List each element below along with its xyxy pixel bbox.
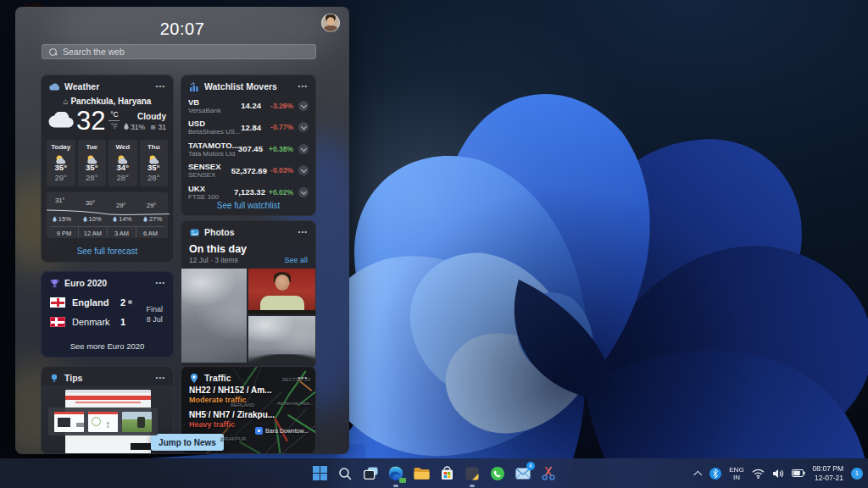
precip-pct: 15% bbox=[47, 215, 77, 223]
watchlist-row[interactable]: UKXFTSE 100 7,123.32 +0.02% bbox=[181, 181, 315, 203]
map-pin: Bara Downtow... bbox=[255, 427, 309, 435]
card-title: Watchlist Movers bbox=[204, 81, 277, 92]
weather-widget[interactable]: Weather ••• ⌂ Panchkula, Haryana 32 °C °… bbox=[41, 75, 174, 263]
battery-icon[interactable] bbox=[792, 469, 805, 477]
card-menu-button[interactable]: ••• bbox=[156, 375, 165, 380]
hour-label: 9 PM bbox=[50, 227, 78, 237]
current-temp: 32 bbox=[76, 108, 105, 135]
forecast-day[interactable]: Tue 35° 28° bbox=[78, 140, 107, 186]
notes-app-button[interactable] bbox=[462, 463, 482, 484]
watchlist-row[interactable]: SENSEXSENSEX 52,372.69 -0.03% bbox=[181, 160, 315, 182]
sun-cloud-icon bbox=[108, 152, 137, 162]
precip-pct: 14% bbox=[108, 215, 138, 223]
chevron-down-icon[interactable] bbox=[298, 122, 309, 132]
language-indicator[interactable]: ENGIN bbox=[729, 466, 743, 481]
traffic-route: NH22 / NH152 / Am... bbox=[189, 385, 275, 395]
sun-cloud-icon bbox=[140, 152, 169, 162]
england-flag bbox=[50, 297, 65, 308]
sun-cloud-icon bbox=[47, 152, 75, 162]
whatsapp-button[interactable] bbox=[487, 463, 508, 484]
user-avatar[interactable] bbox=[321, 14, 340, 32]
watchlist-row[interactable]: TATAMOTO...Tata Motors Ltd 307.45 +0.38% bbox=[181, 138, 315, 160]
card-menu-button[interactable]: ••• bbox=[156, 84, 165, 89]
desktop: Teddy 20:07 Search the web Weather ••• ⌂… bbox=[0, 0, 868, 488]
search-button[interactable] bbox=[335, 463, 355, 484]
edge-browser-button[interactable] bbox=[386, 463, 406, 484]
watchlist-row[interactable]: VBVersaBank 14.24 -3.26% bbox=[181, 95, 315, 117]
watchlist-icon bbox=[189, 81, 199, 92]
jump-to-news-button[interactable]: Jump to News bbox=[151, 434, 224, 451]
sun-cloud-icon bbox=[78, 152, 107, 162]
file-explorer-button[interactable] bbox=[411, 463, 431, 484]
see-all-link[interactable]: See all bbox=[284, 256, 308, 264]
precip-stat: 31% bbox=[124, 123, 145, 131]
watchlist-row[interactable]: USDBetaShares US... 12.84 -0.77% bbox=[181, 117, 315, 139]
snipping-tool-button[interactable] bbox=[538, 463, 559, 484]
volume-icon[interactable] bbox=[772, 469, 784, 479]
hour-label: 3 AM bbox=[107, 227, 136, 237]
photo-thumbnail[interactable] bbox=[181, 269, 247, 363]
unit-toggle[interactable]: °C °F bbox=[108, 110, 120, 130]
see-full-forecast-link[interactable]: See full forecast bbox=[42, 247, 173, 256]
precip-pct: 27% bbox=[137, 215, 168, 223]
tray-clock[interactable]: 08:07 PM12-07-21 bbox=[813, 464, 843, 482]
precip-pct: 10% bbox=[77, 215, 108, 223]
tray-chevron-up-icon[interactable] bbox=[694, 469, 702, 477]
traffic-icon bbox=[189, 373, 199, 383]
panel-blur-blob bbox=[49, 7, 337, 75]
card-title: Euro 2020 bbox=[64, 278, 107, 288]
notification-badge[interactable]: 1 bbox=[851, 468, 863, 480]
forecast-day[interactable]: Wed 34° 28° bbox=[108, 140, 137, 186]
traffic-route: NH5 / NH7 / Zirakpu... bbox=[189, 410, 275, 419]
search-input[interactable]: Search the web bbox=[42, 44, 316, 59]
watchlist-widget[interactable]: Watchlist Movers ••• VBVersaBank 14.24 -… bbox=[181, 75, 316, 216]
temp-trend-line bbox=[47, 192, 170, 218]
aqi-stat: ≋ 31 bbox=[150, 123, 166, 131]
chevron-down-icon[interactable] bbox=[298, 165, 309, 175]
start-button[interactable] bbox=[309, 463, 330, 484]
chevron-down-icon[interactable] bbox=[298, 101, 309, 111]
forecast-day[interactable]: Today 35° 29° bbox=[47, 140, 75, 186]
denmark-flag bbox=[50, 317, 65, 327]
hourly-chart: 31° 30° 29° 29° 15% 10% 14% 27% 9 PM 12 … bbox=[47, 192, 168, 238]
see-more-euro-link[interactable]: See more Euro 2020 bbox=[42, 341, 173, 351]
match-stage: Final8 Jul bbox=[146, 304, 163, 324]
card-title: Tips bbox=[64, 373, 82, 383]
photos-subtitle: 12 Jul · 3 items bbox=[189, 256, 238, 264]
photos-heading: On this day bbox=[181, 241, 315, 255]
task-view-button[interactable] bbox=[360, 463, 381, 484]
card-menu-button[interactable]: ••• bbox=[156, 280, 165, 286]
photos-icon bbox=[189, 227, 199, 237]
mail-button[interactable]: 4 bbox=[513, 463, 533, 484]
card-title: Photos bbox=[204, 227, 235, 237]
weather-location: ⌂ Panchkula, Haryana bbox=[42, 97, 173, 106]
pin-icon bbox=[255, 427, 263, 435]
search-placeholder: Search the web bbox=[63, 47, 125, 57]
chevron-down-icon[interactable] bbox=[298, 144, 309, 154]
photo-thumbnail[interactable] bbox=[248, 316, 315, 363]
search-icon bbox=[49, 48, 57, 56]
see-full-watchlist-link[interactable]: See full watchlist bbox=[181, 201, 315, 210]
traffic-status: Moderate traffic bbox=[189, 396, 275, 404]
chevron-down-icon[interactable] bbox=[298, 187, 309, 197]
euro2020-widget[interactable]: Euro 2020 ••• England 2 Denmark 1 Final8… bbox=[41, 271, 174, 358]
card-menu-button[interactable]: ••• bbox=[298, 230, 308, 235]
trophy-icon bbox=[49, 278, 59, 288]
card-menu-button[interactable]: ••• bbox=[298, 84, 308, 89]
bluetooth-icon[interactable] bbox=[709, 468, 721, 480]
card-menu-button[interactable]: ••• bbox=[298, 375, 308, 380]
wifi-icon[interactable] bbox=[752, 469, 765, 479]
hour-label: 6 AM bbox=[136, 227, 164, 237]
weather-icon bbox=[49, 81, 59, 92]
taskbar: 4 ENGIN 08:07 PM12-07-21 1 bbox=[0, 458, 868, 488]
card-title: Traffic bbox=[204, 373, 231, 383]
forecast-day[interactable]: Thu 35° 28° bbox=[140, 140, 169, 186]
cloud-icon bbox=[48, 112, 74, 131]
microsoft-store-button[interactable] bbox=[437, 463, 457, 484]
panel-clock: 20:07 bbox=[15, 19, 349, 39]
svg-text:4: 4 bbox=[529, 463, 532, 469]
weather-condition: Cloudy bbox=[124, 112, 166, 121]
photos-widget[interactable]: Photos ••• On this day 12 Jul · 3 items … bbox=[181, 220, 316, 369]
hour-label: 12 AM bbox=[78, 227, 107, 237]
photo-thumbnail[interactable] bbox=[248, 269, 315, 314]
